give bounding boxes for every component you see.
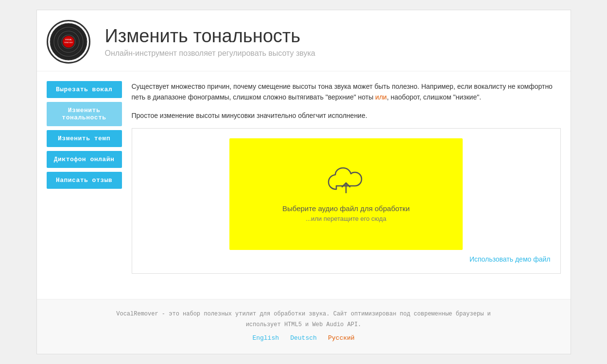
sidebar-btn-vocal[interactable]: Вырезать вокал [47, 81, 122, 98]
upload-sub-text: ...или перетащите его сюда [306, 215, 386, 222]
cloud-upload-icon [327, 166, 365, 197]
upload-area-wrapper: Выберите аудио файл для обработки ...или… [132, 128, 561, 274]
lang-link-deutsch[interactable]: Deutsch [290, 334, 317, 342]
sidebar-btn-tonality[interactable]: Изменить тональность [47, 102, 122, 126]
header-section: VOCAL REMOVER Изменить тональность Онлай… [37, 10, 571, 71]
svg-text:REMOVER: REMOVER [64, 42, 73, 44]
page-subtitle: Онлайн-инструмент позволяет регулировать… [105, 49, 315, 58]
footer-line2: использует HTML5 и Web Audio API. [52, 320, 556, 331]
demo-file-link[interactable]: Использовать демо файл [469, 255, 551, 263]
upload-main-text: Выберите аудио файл для обработки [282, 204, 410, 213]
sidebar-btn-review[interactable]: Написать отзыв [47, 172, 122, 189]
lang-link-english[interactable]: English [252, 334, 279, 342]
sidebar-btn-tempo[interactable]: Изменить темп [47, 130, 122, 147]
page-title: Изменить тональность [105, 26, 315, 47]
sidebar: Вырезать вокал Изменить тональность Изме… [47, 81, 122, 289]
upload-dropzone[interactable]: Выберите аудио файл для обработки ...или… [229, 138, 463, 250]
footer-links: English Deutsch Русский [52, 332, 556, 344]
description-para2: Простое изменение высоты минусовки значи… [132, 110, 561, 121]
main-content: Существует множество причин, почему смещ… [132, 81, 561, 289]
description-para1: Существует множество причин, почему смещ… [132, 81, 561, 103]
lang-link-russian[interactable]: Русский [328, 334, 355, 342]
header-text: Изменить тональность Онлайн-инструмент п… [105, 26, 315, 58]
content-section: Вырезать вокал Изменить тональность Изме… [37, 71, 571, 299]
footer-line1: VocalRemover - это набор полезных утилит… [52, 309, 556, 320]
logo-area: VOCAL REMOVER [47, 20, 90, 64]
sidebar-btn-recorder[interactable]: Диктофон онлайн [47, 151, 122, 168]
footer: VocalRemover - это набор полезных утилит… [37, 299, 571, 354]
link-or[interactable]: или [375, 93, 387, 101]
demo-link-row: Использовать демо файл [142, 255, 551, 264]
svg-text:VOCAL: VOCAL [65, 38, 72, 41]
logo-image: VOCAL REMOVER [47, 20, 90, 64]
